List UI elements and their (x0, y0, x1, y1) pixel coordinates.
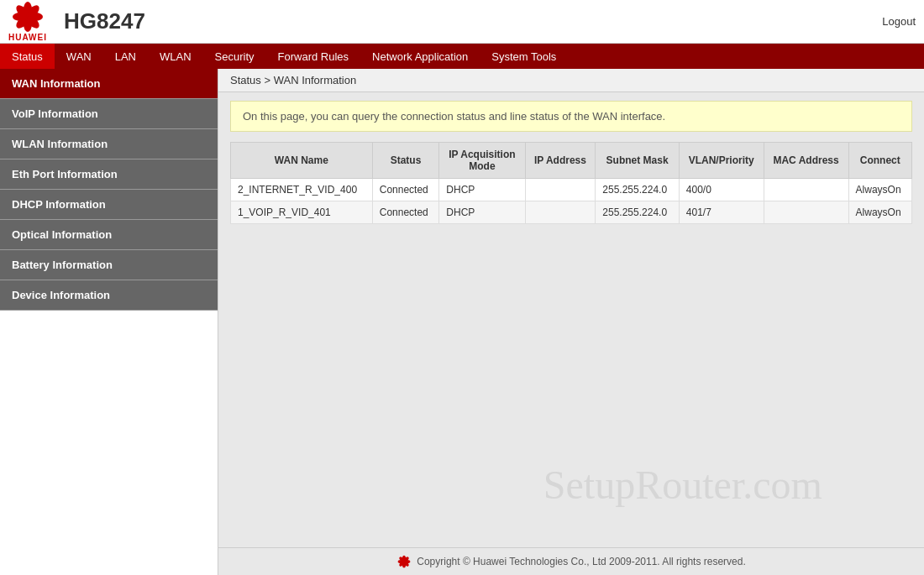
logo-label: HUAWEI (8, 33, 47, 42)
cell-1-3 (525, 201, 596, 224)
device-title: HG8247 (64, 8, 882, 34)
sidebar-item-device-information[interactable]: Device Information (0, 280, 218, 311)
footer: Copyright © Huawei Technologies Co., Ltd… (218, 547, 924, 575)
sidebar-item-battery-information[interactable]: Battery Information (0, 250, 218, 280)
cell-0-5: 400/0 (679, 179, 764, 201)
logout-button[interactable]: Logout (882, 15, 916, 28)
main-content: Status > WAN Information On this page, y… (218, 69, 924, 547)
nav-item-network-application[interactable]: Network Application (360, 44, 480, 69)
main-wrapper: Status > WAN Information On this page, y… (218, 69, 924, 575)
header: HUAWEI HG8247 Logout (0, 0, 924, 44)
nav-item-forward-rules[interactable]: Forward Rules (266, 44, 361, 69)
cell-1-4: 255.255.224.0 (596, 201, 679, 224)
col-wan-name: WAN Name (231, 143, 373, 179)
nav-bar: Status WAN LAN WLAN Security Forward Rul… (0, 44, 924, 69)
cell-0-6 (764, 179, 848, 201)
col-vlan-priority: VLAN/Priority (679, 143, 764, 179)
nav-item-wlan[interactable]: WLAN (148, 44, 203, 69)
logo: HUAWEI (8, 1, 47, 42)
sidebar-item-dhcp-information[interactable]: DHCP Information (0, 190, 218, 220)
sidebar-item-voip-information[interactable]: VoIP Information (0, 99, 218, 129)
wan-table: WAN Name Status IP AcquisitionMode IP Ad… (230, 142, 912, 224)
cell-1-0: 1_VOIP_R_VID_401 (231, 201, 373, 224)
col-connect: Connect (848, 143, 911, 179)
info-message: On this page, you can query the connecti… (230, 101, 912, 132)
huawei-logo-icon (9, 1, 46, 33)
sidebar: WAN Information VoIP Information WLAN In… (0, 69, 218, 575)
sidebar-item-eth-port-information[interactable]: Eth Port Information (0, 159, 218, 190)
nav-item-security[interactable]: Security (203, 44, 266, 69)
cell-1-2: DHCP (439, 201, 525, 224)
nav-item-system-tools[interactable]: System Tools (480, 44, 568, 69)
sidebar-item-wlan-information[interactable]: WLAN Information (0, 129, 218, 159)
breadcrumb: Status > WAN Information (218, 69, 924, 92)
footer-text: Copyright © Huawei Technologies Co., Ltd… (417, 556, 746, 567)
col-mac-address: MAC Address (764, 143, 848, 179)
content-area: On this page, you can query the connecti… (218, 92, 924, 547)
cell-0-1: Connected (372, 179, 439, 201)
nav-item-lan[interactable]: LAN (103, 44, 148, 69)
table-row: 2_INTERNET_R_VID_400ConnectedDHCP255.255… (231, 179, 912, 201)
col-ip-address: IP Address (525, 143, 596, 179)
cell-0-2: DHCP (439, 179, 525, 201)
cell-0-7: AlwaysOn (848, 179, 911, 201)
cell-0-0: 2_INTERNET_R_VID_400 (231, 179, 373, 201)
col-subnet-mask: Subnet Mask (596, 143, 679, 179)
cell-0-3 (525, 179, 596, 201)
sidebar-item-wan-information[interactable]: WAN Information (0, 69, 218, 99)
sidebar-item-optical-information[interactable]: Optical Information (0, 220, 218, 250)
cell-1-1: Connected (372, 201, 439, 224)
col-status: Status (372, 143, 439, 179)
nav-item-wan[interactable]: WAN (55, 44, 103, 69)
cell-1-5: 401/7 (679, 201, 764, 224)
cell-0-4: 255.255.224.0 (596, 179, 679, 201)
cell-1-7: AlwaysOn (848, 201, 911, 224)
body-layout: WAN Information VoIP Information WLAN In… (0, 69, 924, 575)
col-ip-mode: IP AcquisitionMode (439, 143, 525, 179)
nav-item-status[interactable]: Status (0, 44, 55, 69)
cell-1-6 (764, 201, 848, 224)
table-row: 1_VOIP_R_VID_401ConnectedDHCP255.255.224… (231, 201, 912, 224)
footer-logo-icon (396, 555, 412, 568)
